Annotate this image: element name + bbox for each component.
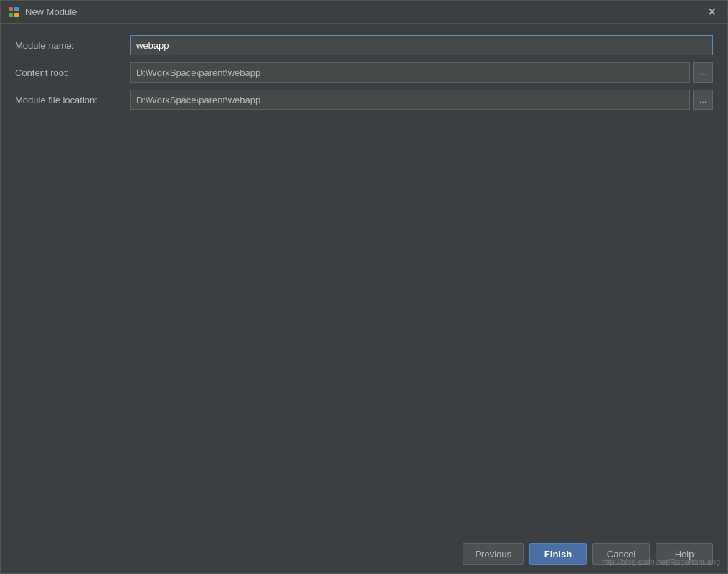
title-bar-left: New Module bbox=[8, 6, 77, 18]
module-name-input-container bbox=[130, 35, 713, 55]
dialog-content: Module name: Content root: ... Module fi… bbox=[1, 24, 727, 535]
svg-rect-1 bbox=[14, 7, 19, 11]
content-spacer bbox=[15, 117, 713, 523]
title-text: New Module bbox=[25, 6, 77, 17]
module-file-location-row: Module file location: ... bbox=[15, 90, 713, 110]
module-file-location-input-container: ... bbox=[130, 90, 713, 110]
module-file-location-label: Module file location: bbox=[15, 95, 130, 105]
content-root-browse-button[interactable]: ... bbox=[693, 62, 713, 83]
content-root-row: Content root: ... bbox=[15, 62, 713, 83]
module-icon bbox=[8, 6, 19, 18]
content-root-input-container: ... bbox=[130, 62, 713, 83]
content-root-input[interactable] bbox=[130, 62, 690, 83]
content-root-label: Content root: bbox=[15, 67, 130, 78]
module-name-label: Module name: bbox=[15, 40, 130, 51]
module-name-input[interactable] bbox=[130, 35, 713, 55]
help-button[interactable]: Help bbox=[656, 543, 713, 565]
module-name-row: Module name: bbox=[15, 35, 713, 55]
module-file-location-input[interactable] bbox=[130, 90, 690, 110]
svg-rect-2 bbox=[9, 13, 13, 17]
svg-rect-0 bbox=[9, 7, 13, 11]
finish-button[interactable]: Finish bbox=[529, 543, 587, 565]
previous-button[interactable]: Previous bbox=[463, 543, 524, 565]
dialog-footer: Previous Finish Cancel Help bbox=[1, 535, 727, 573]
cancel-button[interactable]: Cancel bbox=[592, 543, 650, 565]
module-file-location-browse-button[interactable]: ... bbox=[693, 90, 713, 110]
close-button[interactable]: ✕ bbox=[703, 4, 720, 21]
svg-rect-3 bbox=[14, 13, 19, 17]
title-bar: New Module ✕ bbox=[1, 1, 727, 24]
dialog-window: New Module ✕ Module name: Content root: … bbox=[0, 0, 728, 574]
